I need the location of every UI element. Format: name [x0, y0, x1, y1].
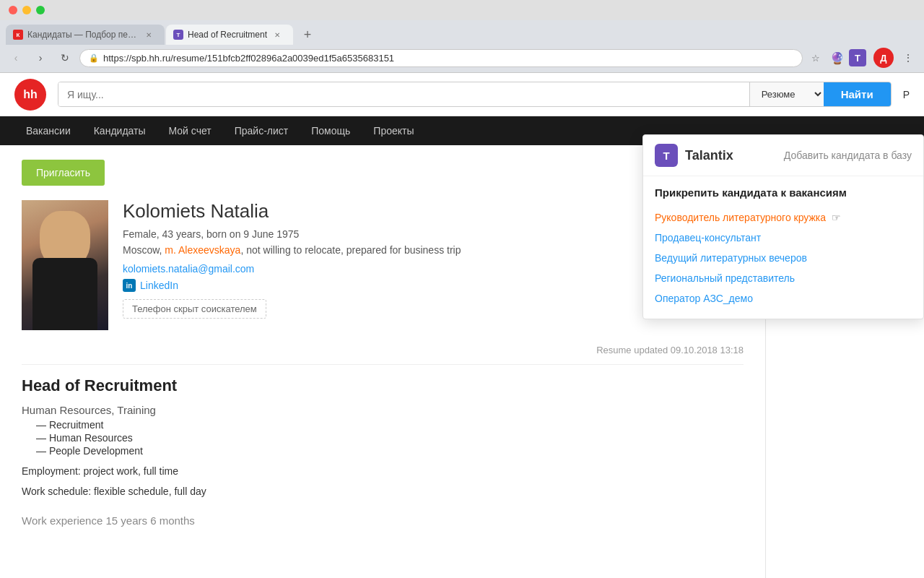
browser-menu-button[interactable]: ⋮: [898, 48, 918, 68]
header-right-text: Р: [903, 89, 910, 100]
phone-hidden: Телефон скрыт соискателем: [123, 299, 266, 319]
talantix-add-candidate-link[interactable]: Добавить кандидата в базу: [784, 150, 912, 161]
hh-header-right: Р: [903, 89, 910, 100]
new-tab-button[interactable]: +: [297, 25, 318, 45]
resume-spec-2: — Human Resources: [36, 432, 744, 444]
work-experience-title: Work experience 15 years 6 months: [22, 514, 744, 527]
address-text: https://spb.hh.ru/resume/151bfcb2ff02896…: [103, 53, 793, 64]
talantix-body: Прикрепить кандидата к вакансиям Руковод…: [643, 176, 923, 319]
tab1-close[interactable]: ✕: [143, 29, 154, 40]
invite-button[interactable]: Пригласить: [22, 160, 105, 186]
talantix-popup: T Talantix Добавить кандидата в базу При…: [642, 134, 924, 319]
candidate-photo: [22, 200, 108, 330]
vacancy-label-1: Руководитель литературного кружка: [655, 212, 826, 223]
vacancy-item-2[interactable]: Продавец-консультант: [655, 228, 912, 248]
talantix-header: T Talantix Добавить кандидата в базу: [643, 135, 923, 176]
vacancy-item-4[interactable]: Региональный представитель: [655, 268, 912, 288]
vacancy-item-3[interactable]: Ведущий литературных вечеров: [655, 248, 912, 268]
resume-updated: Resume updated 09.10.2018 13:18: [22, 345, 744, 355]
tab2-favicon: T: [173, 30, 183, 40]
resume-title: Head of Recruitment: [22, 376, 744, 395]
address-bar[interactable]: 🔒 https://spb.hh.ru/resume/151bfcb2ff028…: [79, 49, 803, 67]
talantix-brand: T Talantix: [655, 144, 733, 167]
address-bar-row: ‹ › ↻ 🔒 https://spb.hh.ru/resume/151bfcb…: [0, 45, 924, 72]
tab2-label: Head of Recruitment: [188, 30, 267, 40]
os-minimize-dot[interactable]: [22, 6, 31, 14]
hh-logo[interactable]: hh: [14, 79, 46, 111]
site-content: hh Резюме Вакансии Найти Р Вакансии Канд…: [0, 73, 924, 578]
talantix-logo-icon: T: [655, 144, 678, 167]
nav-help[interactable]: Помощь: [300, 116, 362, 145]
refresh-button[interactable]: ↻: [55, 48, 75, 68]
tab1-favicon: К: [13, 30, 23, 40]
resume-category: Human Resources, Training: [22, 404, 744, 416]
resume-spec-1: — Recruitment: [36, 419, 744, 431]
profile-icon[interactable]: Д: [873, 48, 894, 68]
address-actions: ☆: [807, 49, 824, 66]
location-suffix: , not willing to relocate, prepared for …: [240, 244, 461, 256]
lock-icon: 🔒: [89, 53, 99, 63]
hh-search-box: Резюме Вакансии Найти: [58, 82, 892, 107]
nav-vacancies[interactable]: Вакансии: [14, 116, 82, 145]
hh-header: hh Резюме Вакансии Найти Р: [0, 73, 924, 116]
browser-tab-1[interactable]: К Кандидаты — Подбор персо... ✕: [6, 25, 165, 45]
linkedin-label: LinkedIn: [140, 280, 178, 291]
linkedin-icon: in: [123, 279, 136, 292]
tabs-bar: К Кандидаты — Подбор персо... ✕ T Head o…: [0, 20, 924, 45]
candidate-header: Kolomiets Natalia Female, 43 years, born…: [22, 200, 744, 330]
hh-search-button[interactable]: Найти: [824, 82, 891, 106]
nav-pricelist[interactable]: Прайс-лист: [223, 116, 300, 145]
hh-search-type-select[interactable]: Резюме Вакансии: [749, 82, 824, 106]
os-bar: [0, 0, 924, 20]
tab1-label: Кандидаты — Подбор персо...: [27, 30, 139, 40]
bookmark-star-icon[interactable]: ☆: [807, 49, 824, 66]
resume-schedule: Work schedule: flexible schedule, full d…: [22, 486, 744, 497]
forward-button[interactable]: ›: [30, 48, 51, 68]
nav-projects[interactable]: Проекты: [362, 116, 425, 145]
talantix-ext-icon[interactable]: T: [849, 49, 866, 66]
talantix-section-title: Прикрепить кандидата к вакансиям: [655, 186, 912, 199]
location-link[interactable]: m. Alexeevskaya: [165, 244, 240, 256]
location-prefix: Moscow,: [123, 244, 165, 256]
browser-tab-2[interactable]: T Head of Recruitment ✕: [166, 25, 293, 45]
browser-chrome: К Кандидаты — Подбор персо... ✕ T Head o…: [0, 20, 924, 73]
resume-spec-3: — People Development: [36, 445, 744, 457]
cursor-hand-icon: ☞: [832, 212, 841, 223]
nav-candidates[interactable]: Кандидаты: [82, 116, 157, 145]
vacancy-item-1[interactable]: Руководитель литературного кружка ☞: [655, 207, 912, 228]
talantix-brand-name: Talantix: [685, 148, 733, 163]
os-close-dot[interactable]: [9, 6, 17, 14]
hh-search-input[interactable]: [58, 82, 749, 106]
ext-globe-icon[interactable]: 🔮: [829, 49, 846, 66]
back-button[interactable]: ‹: [6, 48, 26, 68]
vacancy-item-5[interactable]: Оператор АЗС_демо: [655, 288, 912, 309]
os-maximize-dot[interactable]: [36, 6, 45, 14]
nav-account[interactable]: Мой счет: [157, 116, 223, 145]
extension-icons: 🔮 T: [829, 49, 869, 66]
resume-employment: Employment: project work, full time: [22, 465, 744, 477]
tab2-close[interactable]: ✕: [271, 29, 283, 40]
